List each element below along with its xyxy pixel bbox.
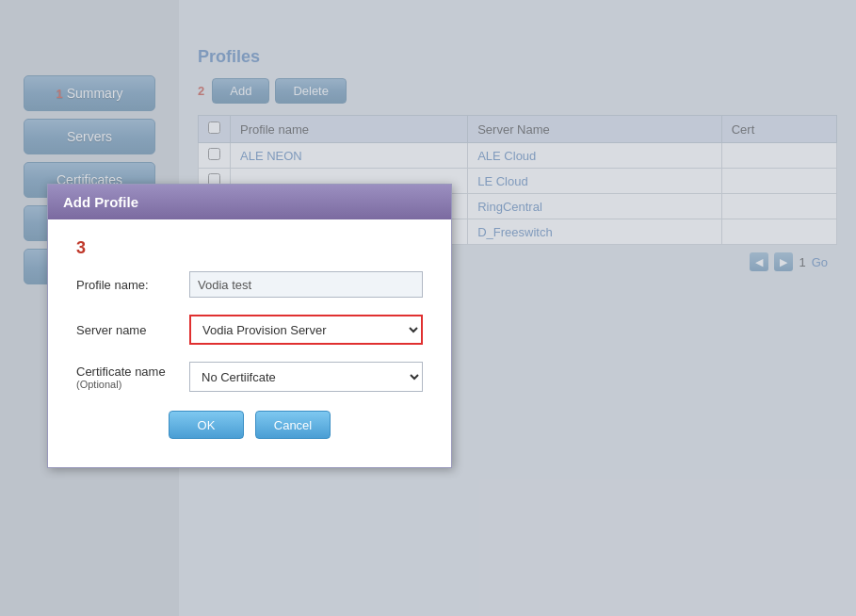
profile-name-row: Profile name: — [76, 271, 423, 298]
add-profile-modal: Add Profile 3 Profile name: Server name … — [47, 184, 452, 468]
server-name-row: Server name Vodia Provision ServerALE Cl… — [76, 315, 423, 345]
profile-name-input[interactable] — [189, 271, 423, 298]
modal-title: Add Profile — [63, 194, 138, 210]
server-name-select[interactable]: Vodia Provision ServerALE CloudRingCentr… — [189, 315, 423, 345]
modal-step-number: 3 — [76, 238, 423, 258]
modal-overlay: Add Profile 3 Profile name: Server name … — [0, 0, 856, 616]
certificate-optional: (Optional) — [76, 379, 189, 390]
modal-footer: OK Cancel — [76, 411, 423, 439]
server-name-label: Server name — [76, 323, 189, 337]
certificate-label: Certificate name — [76, 365, 189, 379]
certificate-label-wrap: Certificate name (Optional) — [76, 365, 189, 390]
ok-button[interactable]: OK — [169, 411, 244, 439]
profile-name-label: Profile name: — [76, 278, 189, 292]
certificate-select[interactable]: No Certiifcate — [189, 362, 423, 392]
certificate-row: Certificate name (Optional) No Certiifca… — [76, 362, 423, 392]
cancel-button[interactable]: Cancel — [255, 411, 331, 439]
modal-body: 3 Profile name: Server name Vodia Provis… — [48, 219, 451, 467]
modal-header: Add Profile — [48, 185, 451, 219]
